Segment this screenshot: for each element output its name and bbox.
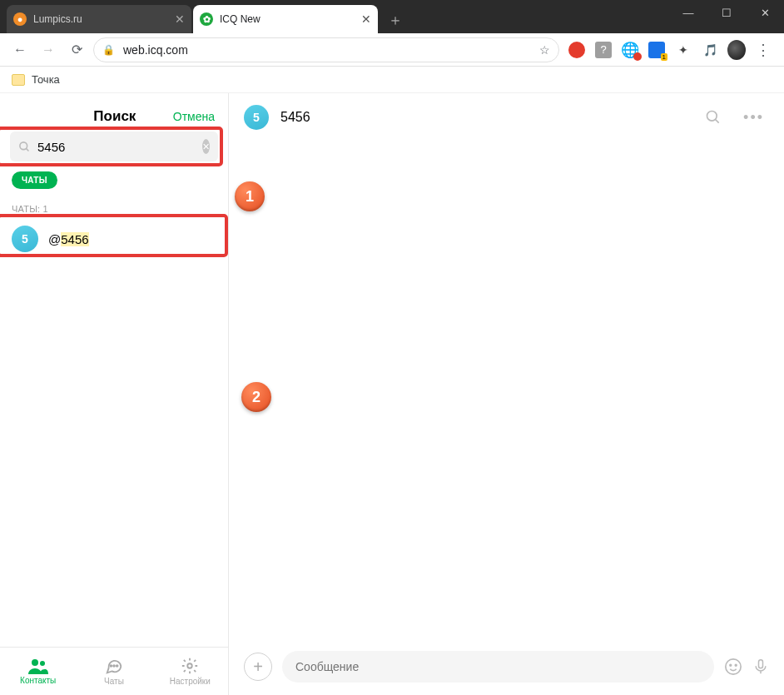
close-icon[interactable]: ✕ <box>175 12 185 26</box>
nav-label: Контакты <box>20 676 56 685</box>
browser-titlebar: ● Lumpics.ru ✕ ✿ ICQ New ✕ ＋ — ☐ ✕ <box>0 0 784 33</box>
svg-point-12 <box>735 664 737 666</box>
minimize-button[interactable]: — <box>669 0 707 25</box>
clear-search-icon[interactable]: ✕ <box>202 139 210 154</box>
forward-button[interactable]: → <box>37 38 60 62</box>
app-root: Поиск Отмена ✕ 1 ЧАТЫ ЧАТЫ: 1 5 @5456 <box>0 93 784 695</box>
bookmark-item[interactable]: Точка <box>32 73 60 86</box>
svg-point-5 <box>113 665 115 667</box>
browser-toolbar: ← → ⟳ 🔒 web.icq.com ☆ ? 🌐 1 ✦ 🎵 ⋮ <box>0 33 784 67</box>
search-result-item[interactable]: 5 @5456 <box>0 217 228 261</box>
opera-extension-icon[interactable] <box>568 41 586 59</box>
lock-icon: 🔒 <box>102 44 115 56</box>
extensions-puzzle-icon[interactable]: ✦ <box>674 41 692 59</box>
attach-button[interactable]: + <box>244 653 272 681</box>
chat-avatar: 5 <box>244 105 269 130</box>
nav-settings[interactable]: Настройки <box>152 648 228 695</box>
search-input[interactable] <box>37 140 196 154</box>
chats-icon <box>105 657 123 675</box>
close-window-button[interactable]: ✕ <box>746 0 784 25</box>
svg-point-10 <box>726 659 741 674</box>
new-tab-button[interactable]: ＋ <box>380 7 411 33</box>
chat-header: 5 5456 ••• <box>229 93 784 141</box>
tab-title: Lumpics.ru <box>33 13 168 25</box>
result-text: @5456 <box>48 232 89 246</box>
filter-badges: ЧАТЫ <box>0 161 228 194</box>
folder-icon <box>12 74 25 86</box>
sidebar-title: Поиск <box>57 108 173 125</box>
contacts-icon <box>28 658 48 674</box>
svg-point-0 <box>20 141 27 149</box>
contact-avatar: 5 <box>12 226 38 252</box>
nav-label: Настройки <box>170 677 211 686</box>
nav-contacts[interactable]: Контакты <box>0 648 76 695</box>
url-text: web.icq.com <box>123 43 188 57</box>
search-icon <box>18 141 31 153</box>
favicon: ● <box>13 12 27 26</box>
window-controls: — ☐ ✕ <box>669 0 784 25</box>
close-icon[interactable]: ✕ <box>361 12 371 26</box>
browser-menu-icon[interactable]: ⋮ <box>754 41 772 59</box>
results-section-label: ЧАТЫ: 1 <box>0 194 228 217</box>
profile-avatar-icon[interactable] <box>727 41 746 59</box>
chat-title: 5456 <box>280 110 688 125</box>
reload-button[interactable]: ⟳ <box>65 38 88 62</box>
extension-icons: ? 🌐 1 ✦ 🎵 ⋮ <box>564 41 776 59</box>
cancel-button[interactable]: Отмена <box>173 110 215 123</box>
svg-line-9 <box>716 120 719 123</box>
nav-label: Чаты <box>104 677 124 686</box>
box-extension-icon[interactable]: 1 <box>648 41 666 59</box>
search-input-container[interactable]: ✕ <box>10 132 218 161</box>
favicon: ✿ <box>200 12 213 26</box>
tab-title: ICQ New <box>220 13 355 25</box>
annotation-callout-2: 2 <box>241 382 271 412</box>
message-input[interactable] <box>282 651 714 683</box>
chat-search-icon[interactable] <box>700 104 727 131</box>
chat-messages-area <box>229 141 784 638</box>
svg-point-8 <box>707 112 717 122</box>
chat-pane: 5 5456 ••• + <box>229 93 784 695</box>
voice-icon[interactable] <box>752 658 769 676</box>
bottom-nav: Контакты Чаты Настройки <box>0 647 228 695</box>
chat-more-icon[interactable]: ••• <box>738 104 769 132</box>
star-icon[interactable]: ☆ <box>539 43 550 57</box>
chats-filter-badge[interactable]: ЧАТЫ <box>12 171 57 189</box>
browser-tab[interactable]: ● Lumpics.ru ✕ <box>7 5 191 33</box>
svg-point-2 <box>32 659 38 666</box>
svg-point-4 <box>110 665 112 667</box>
svg-point-6 <box>117 665 118 667</box>
sidebar-header: Поиск Отмена <box>0 93 228 132</box>
bookmarks-bar: Точка <box>0 67 784 93</box>
music-extension-icon[interactable]: 🎵 <box>701 41 719 59</box>
gear-icon <box>181 657 199 675</box>
svg-point-11 <box>730 664 732 666</box>
nav-chats[interactable]: Чаты <box>76 648 151 695</box>
svg-point-3 <box>40 661 45 666</box>
svg-rect-13 <box>759 660 763 668</box>
back-button[interactable]: ← <box>8 38 32 62</box>
message-composer: + <box>229 638 784 695</box>
help-extension-icon[interactable]: ? <box>594 41 613 59</box>
browser-tab-active[interactable]: ✿ ICQ New ✕ <box>193 5 378 33</box>
svg-point-7 <box>188 663 193 668</box>
svg-line-1 <box>26 148 28 151</box>
sidebar: Поиск Отмена ✕ 1 ЧАТЫ ЧАТЫ: 1 5 @5456 <box>0 93 229 695</box>
annotation-callout-1: 1 <box>235 181 265 211</box>
maximize-button[interactable]: ☐ <box>707 0 746 25</box>
address-bar[interactable]: 🔒 web.icq.com ☆ <box>93 37 559 62</box>
globe-extension-icon[interactable]: 🌐 <box>621 41 639 59</box>
emoji-icon[interactable] <box>724 658 742 676</box>
